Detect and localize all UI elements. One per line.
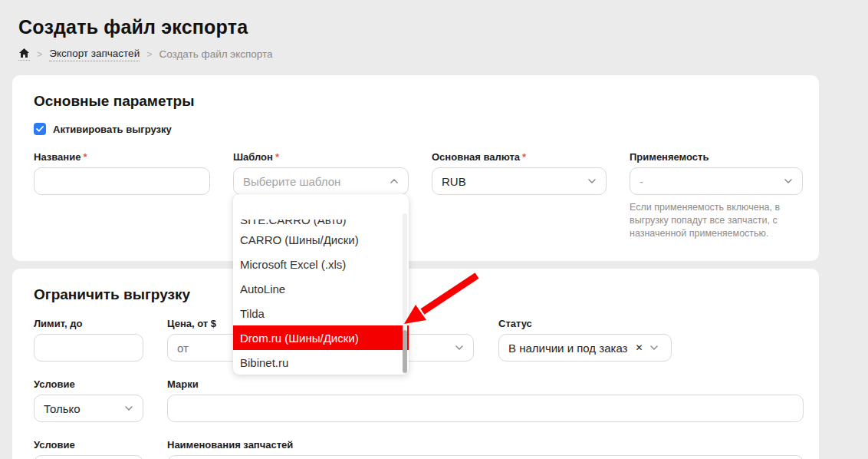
applicability-label: Применяемость <box>630 151 709 163</box>
field-limit: Лимит, до <box>34 318 143 362</box>
brands-label: Марки <box>167 378 804 390</box>
field-status: Статус В наличии и под заказ ✕ <box>498 318 672 362</box>
condition-select[interactable]: Только <box>34 395 143 422</box>
condition-select-value: Только <box>44 402 81 415</box>
field-condition-names: Условие <box>34 439 143 459</box>
breadcrumb-separator: > <box>37 49 42 60</box>
home-icon[interactable] <box>18 48 30 61</box>
currency-select-value: RUB <box>442 175 466 188</box>
breadcrumb-link-export[interactable]: Экспорт запчастей <box>49 48 140 61</box>
dropdown-item[interactable]: Microsoft Excel (.xls) <box>233 252 409 276</box>
dropdown-scrollbar-thumb[interactable] <box>403 330 407 373</box>
page-title: Создать файл экспорта <box>18 15 850 38</box>
limit-input[interactable] <box>34 334 143 362</box>
currency-select[interactable]: RUB <box>432 167 607 195</box>
status-label: Статус <box>498 318 672 329</box>
clear-icon[interactable]: ✕ <box>635 342 643 353</box>
field-brands: Марки <box>167 378 804 422</box>
limit-export-card: Ограничить выгрузку Лимит, до Цена, от $ <box>12 269 819 459</box>
status-select-value: В наличии и под заказ <box>508 342 627 355</box>
condition-label: Условие <box>34 378 143 390</box>
breadcrumb-current: Создать файл экспорта <box>159 48 272 60</box>
template-select[interactable]: Выберите шаблон <box>233 167 409 195</box>
dropdown-item-clipped[interactable]: SITE.CARRO (Авто) <box>233 220 409 227</box>
field-currency: Основная валюта* RUB <box>432 151 607 240</box>
name-input[interactable] <box>34 167 210 195</box>
main-parameters-card: Основные параметры Активировать выгрузку… <box>12 75 819 261</box>
required-marker: * <box>522 151 526 163</box>
applicability-hint: Если применяемость включена, в выгрузку … <box>630 201 804 240</box>
applicability-select[interactable]: - <box>630 167 803 195</box>
dropdown-item[interactable]: Bibinet.ru <box>233 350 409 375</box>
template-label: Шаблон <box>233 151 273 163</box>
part-names-label: Наименования запчастей <box>167 439 804 451</box>
field-name: Название* <box>34 151 210 240</box>
part-names-input[interactable] <box>167 455 804 459</box>
dropdown-item-highlighted[interactable]: Drom.ru (Шины/Диски) <box>233 325 409 350</box>
field-applicability: Применяемость - Если применяемость включ… <box>630 151 803 240</box>
limit-label: Лимит, до <box>34 318 143 329</box>
main-card-title: Основные параметры <box>34 92 804 111</box>
breadcrumb-separator: > <box>146 49 152 60</box>
required-marker: * <box>275 151 279 163</box>
status-select[interactable]: В наличии и под заказ ✕ <box>498 334 672 362</box>
chevron-down-icon <box>784 175 793 188</box>
chevron-down-icon <box>124 402 133 415</box>
dropdown-item[interactable]: AutoLine <box>233 276 409 301</box>
chevron-down-icon <box>455 342 464 355</box>
checkbox-label: Активировать выгрузку <box>53 124 172 135</box>
limit-row-1: Лимит, до Цена, от $ Статус <box>34 318 804 362</box>
breadcrumb: > Экспорт запчастей > Создать файл экспо… <box>18 48 850 61</box>
page-header: Создать файл экспорта > Экспорт запчасте… <box>0 0 868 61</box>
activate-export-checkbox[interactable]: Активировать выгрузку <box>34 123 172 135</box>
limit-card-title: Ограничить выгрузку <box>34 286 804 304</box>
page: Создать файл экспорта > Экспорт запчасте… <box>0 0 868 459</box>
brands-input[interactable] <box>167 395 804 422</box>
field-condition-brands: Условие Только <box>34 378 143 422</box>
template-dropdown: SITE.CARRO (Авто) CARRO (Шины/Диски) Mic… <box>233 194 409 375</box>
main-fields-grid: Название* Шаблон* Выберите шаблон Основн… <box>34 151 804 240</box>
required-marker: * <box>83 151 87 163</box>
limit-row-2: Условие Только Марки <box>34 378 804 422</box>
field-part-names: Наименования запчастей <box>167 439 804 459</box>
currency-label: Основная валюта <box>432 151 520 163</box>
condition2-label: Условие <box>34 439 143 451</box>
dropdown-item[interactable]: Tilda <box>233 301 409 325</box>
limit-row-3: Условие Наименования запчастей <box>34 439 804 459</box>
dropdown-item[interactable]: CARRO (Шины/Диски) <box>233 227 409 252</box>
checkbox-checked-icon[interactable] <box>34 123 46 135</box>
chevron-down-icon <box>649 342 659 355</box>
name-label: Название <box>34 151 81 163</box>
applicability-select-value: - <box>639 175 643 188</box>
chevron-up-icon <box>390 175 399 188</box>
condition2-select[interactable] <box>34 455 143 459</box>
chevron-down-icon <box>587 175 597 188</box>
template-select-placeholder: Выберите шаблон <box>243 175 340 188</box>
